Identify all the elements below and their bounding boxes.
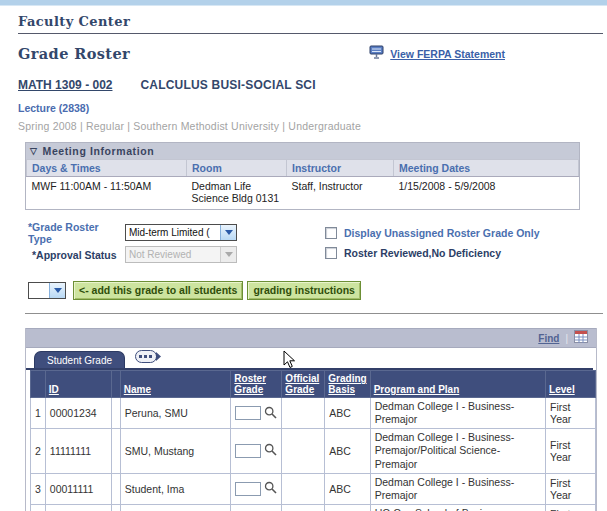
grade-roster-type-select[interactable]: Mid-term Limited ( — [125, 224, 237, 241]
add-grade-to-all-button[interactable]: <- add this grade to all students — [73, 281, 243, 300]
find-separator: | — [565, 333, 568, 344]
course-title: CALCULUS BUSI-SOCIAL SCI — [140, 78, 315, 92]
roster-reviewed-checkbox[interactable] — [325, 247, 337, 259]
course-code-link[interactable]: MATH 1309 - 002 — [18, 78, 112, 92]
official-grade — [282, 473, 325, 504]
official-grade — [282, 429, 325, 473]
display-unassigned-checkbox[interactable] — [325, 227, 337, 239]
display-unassigned-label: Display Unassigned Roster Grade Only — [344, 227, 539, 239]
approval-status-label: *Approval Status — [32, 249, 125, 261]
find-link[interactable]: Find — [538, 333, 559, 344]
meeting-dates: 1/15/2008 - 5/9/2008 — [394, 177, 579, 210]
student-grade-grid: Find | Student Grade — [25, 328, 597, 511]
course-term-line: Spring 2008 | Regular | Southern Methodi… — [18, 120, 607, 132]
grade-lookup-icon[interactable] — [264, 406, 277, 421]
table-row: 1 00001234 Peruna, SMU ABC Dedman Colleg… — [31, 398, 596, 429]
show-all-columns-icon[interactable] — [135, 349, 161, 367]
meeting-information-header[interactable]: ▽ Meeting Information — [26, 143, 579, 159]
student-name: Mustang, Pony — [120, 504, 231, 511]
approval-status-value: Not Reviewed — [126, 247, 220, 262]
student-id: 11111112 — [45, 504, 111, 511]
col-id[interactable]: ID — [45, 371, 111, 398]
student-name: SMU, Mustang — [120, 429, 231, 473]
roster-grade-input[interactable] — [235, 444, 261, 458]
row-number: 1 — [31, 398, 46, 429]
spacer-cell — [111, 398, 120, 429]
grading-basis: ABC — [325, 473, 370, 504]
grade-roster-type-label: *Grade Roster Type — [28, 221, 125, 245]
meeting-information-title: Meeting Information — [43, 145, 155, 157]
roster-reviewed-label: Roster Reviewed,No Deficiency — [344, 247, 501, 259]
table-row: 3 00011111 Student, Ima ABC Dedman Colle… — [31, 473, 596, 504]
col-program-and-plan[interactable]: Program and Plan — [370, 371, 545, 398]
grading-basis: ABC — [325, 398, 370, 429]
col-rownum — [31, 371, 46, 398]
dropdown-arrow-icon — [220, 247, 236, 262]
program-and-plan: Dedman College I - Business-Premajor — [370, 473, 545, 504]
header-divider — [18, 33, 603, 34]
roster-grade-input[interactable] — [235, 482, 261, 496]
meeting-room: Dedman Life Science Bldg 0131 — [187, 177, 287, 210]
section-divider — [25, 313, 603, 314]
grade-lookup-icon[interactable] — [264, 443, 277, 458]
level: First Year — [546, 429, 596, 473]
add-grade-select-value — [29, 283, 49, 298]
roster-grade-input[interactable] — [235, 406, 261, 420]
collapse-triangle-icon[interactable]: ▽ — [30, 146, 38, 156]
row-number: 4 — [31, 504, 46, 511]
meeting-information-section: ▽ Meeting Information Days & Times Room … — [25, 142, 580, 210]
col-spacer — [111, 371, 120, 398]
col-name[interactable]: Name — [120, 371, 231, 398]
meeting-days-times: MWF 11:00AM - 11:50AM — [27, 177, 187, 210]
row-number: 3 — [31, 473, 46, 504]
col-roster-grade[interactable]: Roster Grade — [231, 371, 282, 398]
meeting-instructor: Staff, Instructor — [287, 177, 394, 210]
level: First Year — [546, 398, 596, 429]
official-grade — [282, 504, 325, 511]
spacer-cell — [111, 504, 120, 511]
app-title: Faculty Center — [18, 14, 607, 33]
download-grid-icon[interactable] — [574, 329, 588, 347]
meeting-col-room: Room — [187, 160, 287, 177]
meeting-col-days-times: Days & Times — [27, 160, 187, 177]
ferpa-sign-icon — [369, 45, 384, 63]
col-level[interactable]: Level — [546, 371, 596, 398]
level: First Year — [546, 473, 596, 504]
page-title: Grade Roster — [18, 45, 130, 62]
col-official-grade[interactable]: Official Grade — [282, 371, 325, 398]
mouse-cursor — [283, 350, 296, 373]
grading-instructions-button[interactable]: grading instructions — [247, 281, 361, 300]
meeting-col-instructor: Instructor — [287, 160, 394, 177]
student-grade-table: ID Name Roster Grade Official Grade Grad… — [30, 370, 596, 511]
roster-options-form: *Grade Roster Type Mid-term Limited ( *A… — [18, 223, 607, 267]
table-row: 4 11111112 Mustang, Pony ABC UG Cox Scho… — [31, 504, 596, 511]
dropdown-arrow-icon[interactable] — [220, 225, 236, 240]
student-id: 00001234 — [45, 398, 111, 429]
tab-student-grade[interactable]: Student Grade — [34, 351, 125, 370]
add-grade-select[interactable] — [28, 282, 66, 299]
spacer-cell — [111, 429, 120, 473]
official-grade — [282, 398, 325, 429]
student-id: 11111111 — [45, 429, 111, 473]
view-ferpa-link[interactable]: View FERPA Statement — [390, 48, 505, 60]
student-id: 00011111 — [45, 473, 111, 504]
level: First Year — [546, 504, 596, 511]
col-grading-basis[interactable]: Grading Basis — [325, 371, 370, 398]
grid-action-bar: Find | — [26, 328, 596, 348]
meeting-row: MWF 11:00AM - 11:50AM Dedman Life Scienc… — [27, 177, 579, 210]
student-name: Student, Ima — [120, 473, 231, 504]
student-name: Peruna, SMU — [120, 398, 231, 429]
program-and-plan: Dedman College I - Business-Premajor — [370, 398, 545, 429]
table-row: 2 11111111 SMU, Mustang ABC Dedman Colle… — [31, 429, 596, 473]
meeting-table: Days & Times Room Instructor Meeting Dat… — [26, 159, 579, 209]
grading-basis: ABC — [325, 504, 370, 511]
grading-basis: ABC — [325, 429, 370, 473]
program-and-plan: UG Cox School of Business - General Busi… — [370, 504, 545, 511]
grade-lookup-icon[interactable] — [264, 481, 277, 496]
row-number: 2 — [31, 429, 46, 473]
dropdown-arrow-icon[interactable] — [49, 283, 65, 298]
grade-roster-type-value: Mid-term Limited ( — [126, 225, 220, 240]
meeting-col-dates: Meeting Dates — [394, 160, 579, 177]
program-and-plan: Dedman College I - Business-Premajor/Pol… — [370, 429, 545, 473]
approval-status-select: Not Reviewed — [125, 246, 237, 263]
